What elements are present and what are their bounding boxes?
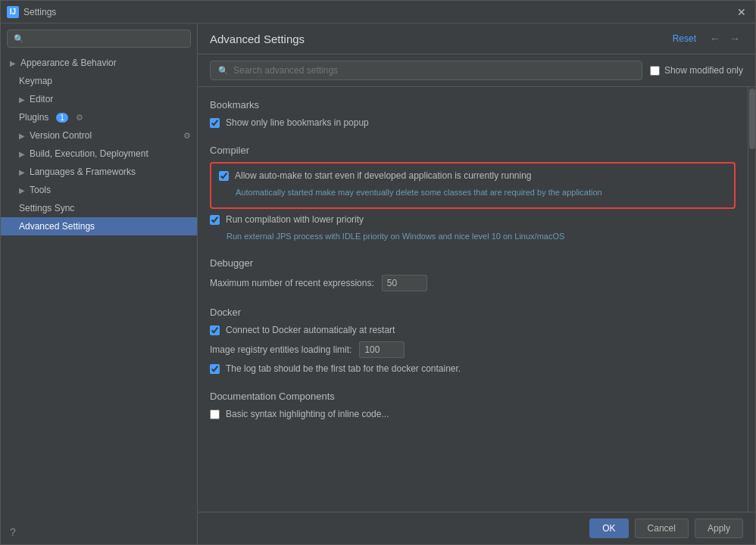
main-content: 🔍 ▶ Appearance & Behavior Keymap ▶ Edito… [1, 23, 755, 544]
setting-connect-docker: Connect to Docker automatically at resta… [210, 324, 736, 337]
help-icon[interactable]: ? [10, 526, 16, 538]
main-panel: Advanced Settings Reset ← → 🔍 Show modif… [198, 23, 755, 544]
show-modified-label: Show modified only [664, 65, 743, 76]
chevron-right-icon-editor: ▶ [19, 95, 25, 104]
reset-button[interactable]: Reset [670, 32, 699, 45]
log-tab-label: The log tab should be the first tab for … [226, 363, 461, 375]
log-tab-checkbox[interactable] [210, 364, 220, 374]
show-modified-checkbox[interactable] [650, 66, 660, 76]
setting-image-registry: Image registry entities loading limit: [210, 341, 736, 358]
section-debugger: Debugger Maximum number of recent expres… [210, 257, 736, 291]
sidebar: 🔍 ▶ Appearance & Behavior Keymap ▶ Edito… [1, 23, 198, 544]
sidebar-item-settings-sync[interactable]: Settings Sync [1, 199, 197, 217]
show-line-bookmarks-checkbox[interactable] [210, 118, 220, 128]
chevron-right-icon-vc: ▶ [19, 132, 25, 140]
sidebar-item-version-control[interactable]: ▶ Version Control ⚙ [1, 126, 197, 145]
allow-auto-make-label: Allow auto-make to start even if develop… [235, 170, 532, 182]
section-title-bookmarks: Bookmarks [210, 99, 736, 111]
chevron-right-icon-tools: ▶ [19, 186, 25, 195]
settings-search-field[interactable]: 🔍 [210, 61, 642, 80]
window-title: Settings [23, 7, 734, 17]
ok-button[interactable]: OK [589, 519, 628, 538]
sidebar-search[interactable]: 🔍 [7, 30, 191, 48]
max-recent-input[interactable] [382, 275, 427, 291]
setting-allow-auto-make: Allow auto-make to start even if develop… [219, 170, 726, 182]
sidebar-item-keymap[interactable]: Keymap [1, 72, 197, 90]
connect-docker-label: Connect to Docker automatically at resta… [226, 324, 395, 337]
close-button[interactable]: ✕ [734, 5, 749, 20]
settings-scroll[interactable]: Bookmarks Show only line bookmarks in po… [198, 87, 748, 512]
search-icon-main: 🔍 [218, 66, 229, 76]
settings-icon: ⚙ [76, 113, 83, 123]
chevron-right-icon: ▶ [10, 59, 16, 67]
connect-docker-checkbox[interactable] [210, 325, 220, 335]
section-title-debugger: Debugger [210, 257, 736, 269]
section-title-compiler: Compiler [210, 145, 736, 156]
forward-button[interactable]: → [726, 31, 743, 46]
sidebar-item-plugins[interactable]: Plugins 1 ⚙ [1, 108, 197, 126]
scroll-area: Bookmarks Show only line bookmarks in po… [198, 87, 755, 512]
setting-run-compilation: Run compilation with lower priority [210, 213, 736, 226]
page-title: Advanced Settings [210, 33, 662, 45]
setting-log-tab: The log tab should be the first tab for … [210, 363, 736, 375]
sidebar-item-build[interactable]: ▶ Build, Execution, Deployment [1, 145, 197, 163]
sidebar-item-advanced-settings[interactable]: Advanced Settings [1, 217, 197, 235]
sidebar-search-input[interactable] [29, 33, 184, 44]
allow-auto-make-checkbox[interactable] [219, 171, 229, 181]
back-button[interactable]: ← [707, 31, 723, 46]
title-bar: IJ Settings ✕ [1, 1, 755, 23]
section-documentation: Documentation Components Basic syntax hi… [210, 391, 736, 421]
settings-icon-vc: ⚙ [183, 131, 191, 141]
allow-auto-make-description: Automatically started make may eventuall… [236, 187, 726, 198]
sidebar-item-tools[interactable]: ▶ Tools [1, 181, 197, 199]
sidebar-item-appearance[interactable]: ▶ Appearance & Behavior [1, 54, 197, 72]
run-compilation-description: Run external JPS process with IDLE prior… [226, 231, 736, 242]
sidebar-item-languages[interactable]: ▶ Languages & Frameworks [1, 163, 197, 181]
apply-button[interactable]: Apply [695, 519, 743, 538]
highlighted-setting-box: Allow auto-make to start even if develop… [210, 162, 736, 209]
scrollbar-thumb[interactable] [749, 89, 755, 149]
search-icon: 🔍 [14, 34, 24, 44]
scrollbar-track[interactable] [748, 87, 755, 512]
run-compilation-checkbox[interactable] [210, 215, 220, 225]
setting-basic-syntax: Basic syntax highlighting of inline code… [210, 408, 736, 421]
section-title-docker: Docker [210, 307, 736, 318]
settings-search-input[interactable] [233, 65, 634, 76]
search-area: 🔍 Show modified only [198, 54, 755, 87]
chevron-right-icon-build: ▶ [19, 150, 25, 158]
max-recent-label: Maximum number of recent expressions: [210, 278, 374, 288]
run-compilation-label: Run compilation with lower priority [226, 213, 364, 226]
basic-syntax-label: Basic syntax highlighting of inline code… [226, 408, 389, 421]
settings-window: IJ Settings ✕ 🔍 ▶ Appearance & Behavior … [0, 0, 756, 545]
sidebar-bottom: ? [1, 520, 197, 544]
image-registry-label: Image registry entities loading limit: [210, 344, 351, 355]
bottom-bar: OK Cancel Apply [198, 512, 755, 544]
nav-arrows: ← → [707, 31, 743, 46]
chevron-right-icon-lang: ▶ [19, 168, 25, 176]
app-icon: IJ [7, 6, 19, 18]
sidebar-item-editor[interactable]: ▶ Editor [1, 90, 197, 108]
show-line-bookmarks-label: Show only line bookmarks in popup [226, 117, 369, 129]
section-title-documentation: Documentation Components [210, 391, 736, 402]
section-docker: Docker Connect to Docker automatically a… [210, 307, 736, 375]
show-modified-option[interactable]: Show modified only [650, 65, 743, 76]
section-compiler: Compiler Allow auto-make to start even i… [210, 145, 736, 242]
setting-max-recent-expressions: Maximum number of recent expressions: [210, 275, 736, 291]
cancel-button[interactable]: Cancel [635, 519, 689, 538]
basic-syntax-checkbox[interactable] [210, 410, 220, 419]
plugins-badge: 1 [56, 113, 68, 123]
main-header: Advanced Settings Reset ← → [198, 23, 755, 54]
section-bookmarks: Bookmarks Show only line bookmarks in po… [210, 99, 736, 129]
image-registry-input[interactable] [359, 341, 405, 358]
setting-show-line-bookmarks: Show only line bookmarks in popup [210, 117, 736, 129]
